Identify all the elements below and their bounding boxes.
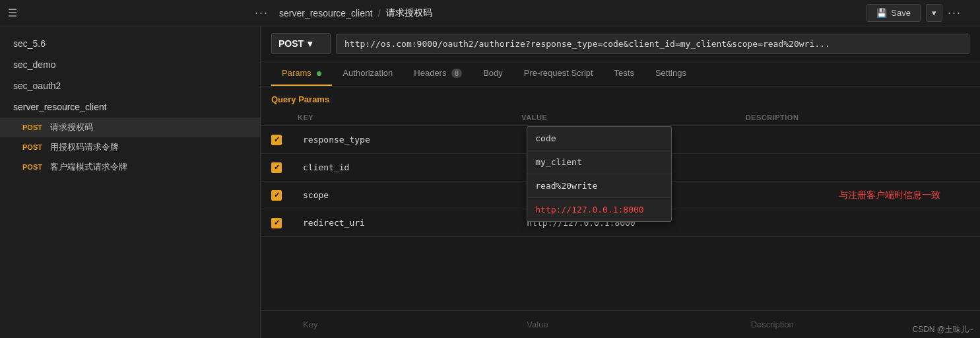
content-area: POST ▾ Params Authorization Headers 8 Bo… (261, 26, 980, 338)
row3-key[interactable]: scope (298, 184, 521, 207)
query-params-title: Query Params (271, 94, 969, 104)
save-dropdown-button[interactable]: ▾ (926, 4, 942, 22)
save-button[interactable]: 💾 Save (866, 4, 921, 22)
row2-desc[interactable] (746, 161, 969, 174)
row4-desc[interactable] (746, 217, 969, 230)
dropdown-option-my-client[interactable]: my_client (527, 151, 671, 174)
row2-checkbox[interactable]: ✓ (271, 162, 282, 173)
row3-checkbox[interactable]: ✓ (271, 190, 282, 201)
post-badge-1: POST (20, 123, 45, 132)
sidebar-more-dots[interactable]: ··· (255, 6, 269, 20)
header-more-dots[interactable]: ··· (948, 6, 962, 20)
method-dropdown[interactable]: POST ▾ (271, 33, 331, 54)
checkmark-icon: ✓ (274, 163, 280, 172)
method-label: POST (278, 38, 304, 49)
dropdown-option-scope[interactable]: read%20write (527, 174, 671, 198)
breadcrumb-sep: / (378, 8, 381, 18)
save-icon: 💾 (876, 8, 887, 18)
sidebar-item-sec56[interactable]: sec_5.6 (0, 33, 260, 54)
tab-headers[interactable]: Headers 8 (403, 61, 473, 86)
row1-checkbox[interactable]: ✓ (271, 135, 282, 145)
method-chevron: ▾ (308, 38, 312, 49)
post-badge-3: POST (20, 162, 45, 172)
row4-key[interactable]: redirect_uri (298, 211, 521, 234)
url-input[interactable] (336, 34, 969, 54)
row3-desc[interactable] (746, 189, 969, 202)
row1-desc[interactable] (746, 133, 969, 147)
top-bar-right: server_resource_client / 请求授权码 💾 Save ▾ … (269, 4, 972, 22)
sidebar-item-server-resource-client[interactable]: server_resource_client (0, 96, 260, 118)
checkmark-icon: ✓ (274, 135, 280, 144)
sidebar-request-token-with-code[interactable]: POST 用授权码请求令牌 (0, 137, 260, 157)
bottom-row: Key Value Description (261, 310, 980, 338)
checkmark-icon: ✓ (274, 219, 280, 227)
value-dropdown: code my_client read%20write http://127.0… (527, 126, 672, 222)
breadcrumb-current: 请求授权码 (386, 7, 432, 19)
main-layout: sec_5.6 sec_demo sec_oauth2 server_resou… (0, 26, 980, 338)
breadcrumb-parent[interactable]: server_resource_client (279, 8, 373, 18)
table-header: KEY VALUE DESCRIPTION (261, 110, 980, 126)
sidebar-item-sec-oauth2[interactable]: sec_oauth2 (0, 75, 260, 96)
breadcrumb: server_resource_client / 请求授权码 (279, 7, 432, 19)
tab-params[interactable]: Params (271, 61, 332, 86)
sidebar: sec_5.6 sec_demo sec_oauth2 server_resou… (0, 26, 261, 338)
tab-authorization[interactable]: Authorization (332, 61, 403, 86)
top-bar-actions: 💾 Save ▾ ··· (866, 4, 962, 22)
sidebar-item-sec-demo[interactable]: sec_demo (0, 54, 260, 75)
tab-settings[interactable]: Settings (645, 61, 697, 86)
tab-pre-request-script[interactable]: Pre-request Script (513, 61, 604, 86)
hamburger-icon[interactable]: ☰ (8, 7, 17, 19)
top-bar-left: ☰ ··· (8, 6, 269, 20)
request-tabs: Params Authorization Headers 8 Body Pre-… (261, 61, 980, 86)
checkmark-icon: ✓ (274, 191, 280, 199)
watermark: CSDN @土味儿~ (912, 324, 973, 335)
dropdown-option-redirect[interactable]: http://127.0.0.1:8000 (527, 198, 671, 221)
post-badge-2: POST (20, 143, 45, 152)
save-label: Save (891, 8, 911, 18)
sidebar-request-auth-code[interactable]: POST 请求授权码 (0, 118, 260, 137)
dropdown-option-code[interactable]: code (527, 127, 671, 151)
sidebar-request-client-token[interactable]: POST 客户端模式请求令牌 (0, 157, 260, 177)
row1-key[interactable]: response_type (298, 128, 521, 151)
header-checkbox-col (271, 114, 298, 121)
tab-tests[interactable]: Tests (604, 61, 645, 86)
url-bar: POST ▾ (261, 26, 980, 61)
params-table: ✓ response_type code ✓ client_id my_clie… (261, 126, 980, 310)
params-dot (317, 71, 321, 76)
bottom-key-placeholder[interactable]: Key (298, 313, 521, 336)
params-section: Query Params (261, 86, 980, 110)
header-key: KEY (298, 114, 521, 121)
row4-checkbox[interactable]: ✓ (271, 218, 282, 228)
top-bar: ☰ ··· server_resource_client / 请求授权码 💾 S… (0, 0, 980, 26)
header-description: DESCRIPTION (746, 114, 969, 121)
headers-badge: 8 (451, 69, 462, 78)
header-value: VALUE (521, 114, 745, 121)
row2-key[interactable]: client_id (298, 156, 521, 179)
bottom-value-placeholder[interactable]: Value (521, 313, 745, 336)
tab-body[interactable]: Body (473, 61, 513, 86)
